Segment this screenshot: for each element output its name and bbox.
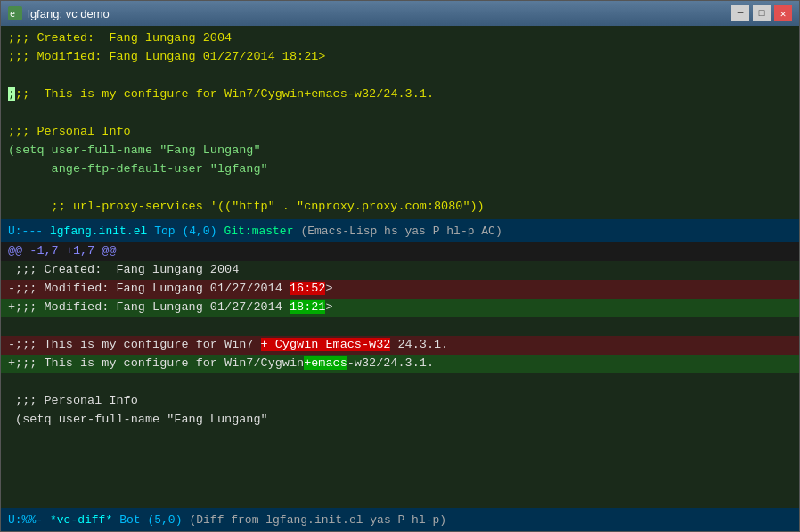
window-title: lgfang: vc demo <box>28 7 731 20</box>
title-bar: e lgfang: vc demo ─ □ ✕ <box>1 1 799 26</box>
code-line: ;;; Modified: Fang Lungang 01/27/2014 18… <box>1 48 799 67</box>
diff-removed-line2: -;;; This is my configure for Win7 + Cyg… <box>1 336 799 355</box>
diff-removed-highlight: 16:52 <box>290 282 326 295</box>
top-git: Git:master <box>224 225 293 238</box>
bottom-info: (Diff from lgfang.init.el yas P hl-p) <box>189 513 446 527</box>
top-modes: (Emacs-Lisp hs yas P hl-p AC) <box>300 225 502 238</box>
diff-empty-line2 <box>1 373 799 392</box>
bottom-filename: *vc-diff* <box>50 513 112 527</box>
diff-removed-line: -;;; Modified: Fang Lungang 01/27/2014 1… <box>1 280 799 299</box>
code-line: ;;; Personal Info <box>1 123 799 142</box>
top-status-bar: U:--- lgfang.init.el Top (4,0) Git:maste… <box>1 219 799 242</box>
code-line: ;;; Created: Fang lungang 2004 <box>1 29 799 48</box>
bottom-status-bar: U:%%- *vc-diff* Bot (5,0) (Diff from lgf… <box>1 508 799 531</box>
top-position: Top (4,0) <box>154 225 216 238</box>
diff-removed-highlight3: Emacs-w32 <box>325 338 390 351</box>
code-line: ;;; This is my configure for Win7/Cygwin… <box>1 86 799 104</box>
window-controls: ─ □ ✕ <box>731 5 792 21</box>
editor-area: ;;; Created: Fang lungang 2004 ;;; Modif… <box>1 26 799 531</box>
bottom-mode: U:%%- <box>8 513 43 527</box>
diff-added-line: +;;; Modified: Fang Lungang 01/27/2014 1… <box>1 299 799 317</box>
bottom-pane: @@ -1,7 +1,7 @@ ;;; Created: Fang lungan… <box>1 242 799 531</box>
code-line: ange-ftp-default-user "lgfang" <box>1 160 799 179</box>
diff-empty-line <box>1 317 799 336</box>
mode-indicator: U:--- <box>8 225 43 238</box>
code-line: ;; url-proxy-services '(("http" . "cnpro… <box>1 198 799 217</box>
diff-area: @@ -1,7 +1,7 @@ ;;; Created: Fang lungan… <box>1 242 799 508</box>
diff-context-line3: (setq user-full-name "Fang Lungang" <box>1 411 799 430</box>
diff-context-line2: ;;; Personal Info <box>1 392 799 411</box>
svg-text:e: e <box>10 9 15 19</box>
top-filename: lgfang.init.el <box>50 225 147 238</box>
diff-hunk-line: @@ -1,7 +1,7 @@ <box>1 242 799 261</box>
close-button[interactable]: ✕ <box>774 5 792 21</box>
code-line-empty <box>1 67 799 86</box>
maximize-button[interactable]: □ <box>753 5 771 21</box>
top-pane: ;;; Created: Fang lungang 2004 ;;; Modif… <box>1 26 799 219</box>
cursor: ; <box>8 87 15 101</box>
minimize-button[interactable]: ─ <box>731 5 749 21</box>
diff-removed-highlight2: + Cygwin <box>261 338 326 351</box>
bottom-position: Bot (5,0) <box>119 513 182 527</box>
diff-added-highlight: 18:21 <box>290 300 326 314</box>
code-line-empty <box>1 179 799 198</box>
app-icon: e <box>8 6 22 20</box>
diff-context-line: ;;; Created: Fang lungang 2004 <box>1 261 799 280</box>
code-line-empty <box>1 104 799 123</box>
diff-added-highlight2: +emacs <box>304 356 347 370</box>
code-line: (setq user-full-name "Fang Lungang" <box>1 142 799 160</box>
diff-added-line2: +;;; This is my configure for Win7/Cygwi… <box>1 355 799 373</box>
main-window: e lgfang: vc demo ─ □ ✕ ;;; Created: Fan… <box>0 0 800 532</box>
